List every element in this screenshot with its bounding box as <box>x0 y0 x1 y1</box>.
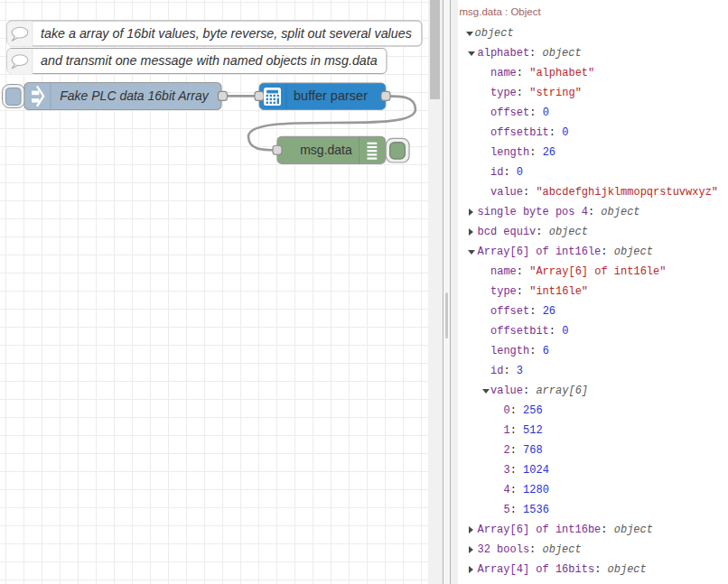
svg-text:and transmit one message with: and transmit one message with named obje… <box>41 53 378 68</box>
svg-text:msg.data: msg.data <box>300 143 352 157</box>
svg-text:buffer parser: buffer parser <box>294 88 368 103</box>
svg-text:Fake PLC data 16bit Array: Fake PLC data 16bit Array <box>60 88 209 103</box>
svg-text:take a array of 16bit values,: take a array of 16bit values, byte rever… <box>41 26 412 41</box>
